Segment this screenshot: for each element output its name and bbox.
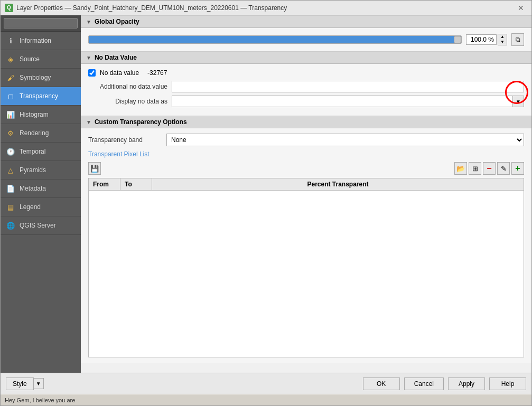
transparency-toolbar: 💾 📂 ⊞ − bbox=[88, 162, 524, 175]
sidebar-label-metadata: Metadata bbox=[20, 185, 46, 192]
action-buttons: OK Cancel Apply Help bbox=[363, 377, 526, 390]
sidebar-item-source[interactable]: ◈ Source bbox=[1, 50, 81, 69]
legend-icon: ▤ bbox=[6, 202, 15, 212]
sidebar-item-transparency[interactable]: ◻ Transparency bbox=[1, 87, 81, 106]
transparency-band-label: Transparency band bbox=[88, 136, 162, 144]
additional-no-data-input[interactable] bbox=[172, 81, 524, 92]
save-tool-button[interactable]: 💾 bbox=[88, 162, 101, 175]
no-data-value-section: ▼ No Data Value No data value -32767 Add… bbox=[81, 51, 531, 116]
custom-transparency-header: ▼ Custom Transparency Options bbox=[81, 116, 531, 128]
no-data-value-title: No Data Value bbox=[95, 54, 137, 61]
col-percent-header: Percent Transparent bbox=[152, 178, 524, 190]
edit-icon: ✎ bbox=[501, 165, 507, 173]
transparency-band-row: Transparency band None bbox=[88, 134, 524, 146]
additional-no-data-row: Additional no data value bbox=[88, 81, 524, 92]
sidebar: ℹ Information ◈ Source 🖌 Symbology ◻ Tra… bbox=[1, 15, 81, 373]
style-dropdown-button[interactable]: ▼ bbox=[34, 378, 44, 389]
metadata-icon: 📄 bbox=[6, 184, 15, 193]
sidebar-item-histogram[interactable]: 📊 Histogram bbox=[1, 106, 81, 124]
main-window: Q Layer Properties — Sandy_Point_Hatcher… bbox=[0, 0, 532, 406]
title-bar-left: Q Layer Properties — Sandy_Point_Hatcher… bbox=[5, 4, 287, 12]
display-no-data-select-row: ▼ bbox=[172, 96, 524, 107]
custom-transparency-section: ▼ Custom Transparency Options Transparen… bbox=[81, 116, 531, 363]
sidebar-label-legend: Legend bbox=[20, 203, 41, 211]
ok-button[interactable]: OK bbox=[363, 377, 400, 390]
display-no-data-dropdown[interactable]: ▼ bbox=[512, 96, 524, 107]
no-data-value-content: No data value -32767 Additional no data … bbox=[81, 64, 531, 116]
sidebar-item-pyramids[interactable]: △ Pyramids bbox=[1, 161, 81, 180]
col-to-header: To bbox=[120, 178, 152, 190]
cancel-button[interactable]: Cancel bbox=[404, 377, 444, 390]
qgis-server-icon: 🌐 bbox=[6, 221, 15, 230]
transparent-pixel-table: From To Percent Transparent bbox=[88, 178, 524, 357]
sidebar-item-temporal[interactable]: 🕐 Temporal bbox=[1, 143, 81, 161]
title-bar: Q Layer Properties — Sandy_Point_Hatcher… bbox=[1, 1, 531, 15]
sidebar-label-qgis-server: QGIS Server bbox=[20, 222, 56, 229]
taskbar-text: Hey Gem, I believe you are bbox=[5, 397, 75, 403]
main-content: ℹ Information ◈ Source 🖌 Symbology ◻ Tra… bbox=[1, 15, 531, 373]
sidebar-label-information: Information bbox=[20, 37, 51, 44]
remove-icon: − bbox=[487, 164, 491, 173]
open-tool-button[interactable]: 📂 bbox=[454, 162, 467, 175]
table-icon: ⊞ bbox=[472, 165, 478, 173]
no-data-checkbox[interactable] bbox=[88, 69, 96, 77]
global-opacity-title: Global Opacity bbox=[95, 18, 139, 25]
display-no-data-input[interactable] bbox=[172, 96, 512, 107]
save-icon: 💾 bbox=[90, 165, 99, 173]
temporal-icon: 🕐 bbox=[6, 147, 15, 156]
no-data-check-row: No data value -32767 bbox=[88, 69, 524, 77]
custom-transparency-content: Transparency band None Transparent Pixel… bbox=[81, 128, 531, 363]
style-group: Style ▼ bbox=[6, 377, 44, 390]
table-body bbox=[89, 191, 524, 349]
sidebar-label-temporal: Temporal bbox=[20, 148, 45, 155]
opacity-slider[interactable] bbox=[88, 35, 462, 44]
add-icon: + bbox=[515, 164, 520, 173]
source-icon: ◈ bbox=[6, 54, 15, 64]
panel: ▼ Global Opacity ▲ ▼ ⧉ bbox=[81, 15, 531, 373]
sidebar-item-symbology[interactable]: 🖌 Symbology bbox=[1, 69, 81, 87]
display-no-data-row: Display no data as ▼ bbox=[88, 96, 524, 107]
sidebar-label-transparency: Transparency bbox=[20, 92, 58, 100]
window-title: Layer Properties — Sandy_Point_Hatchery_… bbox=[16, 4, 287, 12]
transparency-icon: ◻ bbox=[6, 91, 15, 101]
remove-tool-button[interactable]: − bbox=[483, 162, 496, 175]
sidebar-item-rendering[interactable]: ⚙ Rendering bbox=[1, 124, 81, 143]
toolbar-left: 💾 bbox=[88, 162, 101, 175]
sidebar-item-metadata[interactable]: 📄 Metadata bbox=[1, 180, 81, 198]
sidebar-item-qgis-server[interactable]: 🌐 QGIS Server bbox=[1, 216, 81, 235]
table-tool-button[interactable]: ⊞ bbox=[469, 162, 481, 175]
opacity-spin-up[interactable]: ▲ bbox=[498, 34, 507, 40]
app-icon: Q bbox=[5, 4, 13, 12]
transparency-band-select[interactable]: None bbox=[166, 134, 524, 146]
custom-transparency-arrow: ▼ bbox=[86, 119, 91, 125]
opacity-spin-down[interactable]: ▼ bbox=[498, 40, 507, 45]
no-data-value-display: -32767 bbox=[147, 69, 167, 77]
pixel-list-label[interactable]: Transparent Pixel List bbox=[88, 150, 524, 158]
search-input[interactable] bbox=[4, 18, 78, 29]
bottom-bar: Style ▼ OK Cancel Apply Help bbox=[1, 373, 531, 394]
display-no-data-label: Display no data as bbox=[88, 98, 167, 105]
sidebar-item-legend[interactable]: ▤ Legend bbox=[1, 198, 81, 216]
information-icon: ℹ bbox=[6, 36, 15, 45]
global-opacity-content: ▲ ▼ ⧉ bbox=[81, 28, 531, 51]
sidebar-label-histogram: Histogram bbox=[20, 111, 49, 118]
global-opacity-section: ▼ Global Opacity ▲ ▼ ⧉ bbox=[81, 15, 531, 51]
apply-button[interactable]: Apply bbox=[448, 377, 485, 390]
global-opacity-header: ▼ Global Opacity bbox=[81, 15, 531, 28]
add-tool-button[interactable]: + bbox=[511, 162, 524, 175]
edit-tool-button[interactable]: ✎ bbox=[497, 162, 510, 175]
copy-opacity-button[interactable]: ⧉ bbox=[511, 33, 524, 46]
opacity-input[interactable] bbox=[466, 34, 497, 45]
col-from-header: From bbox=[89, 178, 120, 190]
pyramids-icon: △ bbox=[6, 165, 15, 175]
taskbar-hint: Hey Gem, I believe you are bbox=[1, 394, 531, 405]
close-button[interactable]: ✕ bbox=[515, 3, 527, 13]
style-button[interactable]: Style bbox=[6, 377, 34, 390]
symbology-icon: 🖌 bbox=[6, 73, 15, 82]
sidebar-item-information[interactable]: ℹ Information bbox=[1, 32, 81, 50]
help-button[interactable]: Help bbox=[489, 377, 526, 390]
no-data-check-label: No data value bbox=[100, 69, 139, 77]
open-icon: 📂 bbox=[456, 165, 465, 173]
no-data-value-header: ▼ No Data Value bbox=[81, 51, 531, 64]
sidebar-label-source: Source bbox=[20, 55, 40, 63]
